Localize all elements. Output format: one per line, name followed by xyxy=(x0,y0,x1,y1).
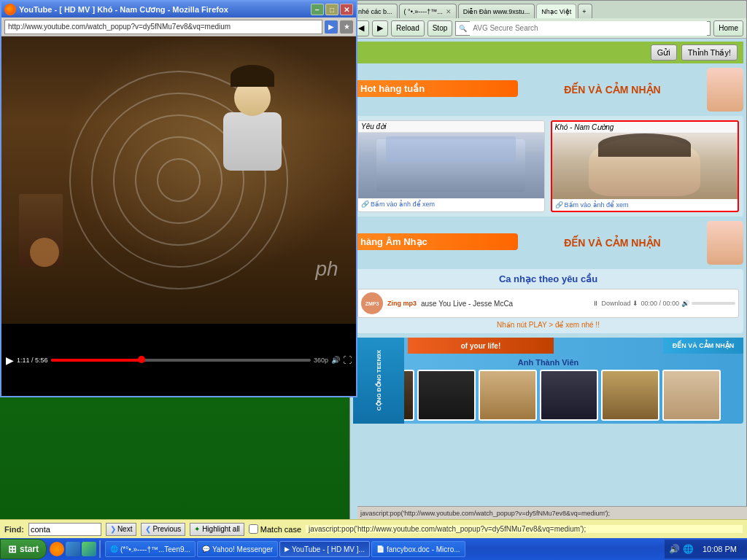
video-area[interactable]: ph ▶ 1:11 / 5:56 360p 🔊 ⛶ xyxy=(1,36,356,396)
tab-1[interactable]: nhé các b... xyxy=(353,4,398,18)
yeu-doi-caption[interactable]: 🔗 Bấm vào ảnh để xem xyxy=(358,198,544,210)
community-side: CỘNG ĐỒNG TEEN9X xyxy=(353,338,404,424)
tab-new[interactable]: + xyxy=(578,4,592,18)
pause-button[interactable]: ⏸ xyxy=(592,300,599,307)
tray-icon-2[interactable]: 🌐 xyxy=(683,544,694,554)
video-frame: ph xyxy=(1,36,356,324)
video-quality[interactable]: 360p xyxy=(314,357,328,364)
volume-icon[interactable]: 🔊 xyxy=(681,300,689,307)
link-icon-2: 🔗 xyxy=(555,201,563,209)
start-button[interactable]: ⊞ start xyxy=(0,539,47,559)
kho-nam-cuong-caption[interactable]: 🔗 Bấm vào ảnh để xem xyxy=(552,199,738,211)
tab-close-icon[interactable]: ✕ xyxy=(446,8,452,15)
prev-arrow-icon: ❮ xyxy=(145,525,151,533)
highlight-all-button[interactable]: ✦ Highlight all xyxy=(190,523,244,536)
firefox-titlebar: YouTube - [ HD MV ] Khó - Nam Cương - Mo… xyxy=(1,1,356,18)
zing-brand: Zing mp3 xyxy=(387,300,417,307)
browser-quicklaunch-icon[interactable] xyxy=(82,542,96,556)
firefox-bookmark-button[interactable]: ★ xyxy=(340,20,353,34)
video-volume-button[interactable]: 🔊 xyxy=(331,356,340,364)
taskbar-tray: 🔊 🌐 10:08 PM xyxy=(665,540,747,559)
thinh-thay-button[interactable]: Thỉnh Thầy! xyxy=(681,44,738,61)
video-progress-dot xyxy=(138,356,145,363)
member-6[interactable] xyxy=(662,370,721,421)
hang-am-nhac-banner: hàng Âm Nhạc xyxy=(353,233,518,250)
den-va-cam-nhan-1: ĐẾN VÀ CẢM NHẬN xyxy=(522,84,703,96)
download-icon[interactable]: ⬇ xyxy=(632,300,638,307)
firefox-icon xyxy=(4,4,16,15)
minimize-button[interactable]: − xyxy=(311,4,324,15)
find-label: Find: xyxy=(4,525,24,534)
song-title: ause You Live - Jesse McCa xyxy=(421,300,588,308)
taskbar-item-1[interactable]: 🌐 (*°•.»----†™...Teen9... xyxy=(105,541,196,557)
reload-button[interactable]: Reload xyxy=(391,20,425,36)
taskbar-item-4[interactable]: 📄 fancybox.doc - Micro... xyxy=(371,541,465,557)
member-4[interactable] xyxy=(540,370,598,421)
maximize-button[interactable]: □ xyxy=(325,4,338,15)
hot-row: Hot hàng tuần ĐẾN VÀ CẢM NHẬN xyxy=(353,68,743,112)
find-input[interactable] xyxy=(28,523,101,536)
browser-tabs: nhé các b... ( °•.»----†™... ✕ Diễn Đàn … xyxy=(350,1,746,18)
search-icon: 🔍 xyxy=(459,25,467,32)
music-controls: ⏸ Download ⬇ 00:00 / 00:00 🔊 xyxy=(592,300,735,307)
music-progress-bar[interactable] xyxy=(692,302,735,305)
ie-quicklaunch-icon[interactable] xyxy=(66,542,80,556)
firefox-go-button[interactable]: ▶ xyxy=(325,20,338,34)
taskbar-item-3[interactable]: ▶ YouTube - [ HD MV ]... xyxy=(279,541,370,557)
kho-nam-cuong-card[interactable]: Khó - Nam Cường 🔗 Bấm vào ảnh để xem xyxy=(551,120,740,212)
browser-status-bar: javascript:pop('http://www.youtube.com/w… xyxy=(357,506,747,519)
firefox-url-input[interactable] xyxy=(4,20,322,34)
yeu-doi-image xyxy=(358,133,544,198)
yeu-doi-label: Yêu đời xyxy=(358,121,544,133)
photo-row: Yêu đời 🔗 Bấm vào ảnh để xem Khó - Na xyxy=(353,116,743,217)
video-watermark: ph xyxy=(316,257,338,281)
member-5[interactable] xyxy=(601,370,659,421)
home-button[interactable]: Home xyxy=(713,20,743,36)
tab-3[interactable]: Diễn Đàn www.9xstu... xyxy=(458,4,535,18)
member-3[interactable] xyxy=(479,370,537,421)
tab-nhac-viet[interactable]: Nhạc Việt xyxy=(536,4,576,18)
firefox-titlebar-buttons: − □ ✕ xyxy=(311,4,353,15)
tab-2[interactable]: ( °•.»----†™... ✕ xyxy=(399,4,457,18)
tray-icon-1[interactable]: 🔊 xyxy=(669,544,680,554)
gui-button[interactable]: Gửi xyxy=(651,44,677,61)
furniture-2 xyxy=(30,238,59,267)
stop-button[interactable]: Stop xyxy=(427,20,453,36)
taskbar-item-2[interactable]: 💬 Yahoo! Messenger xyxy=(197,541,278,557)
match-case-label: Match case xyxy=(249,524,301,534)
close-button[interactable]: ✕ xyxy=(340,4,353,15)
member-2[interactable] xyxy=(417,370,476,421)
video-fullscreen-button[interactable]: ⛶ xyxy=(343,355,352,365)
firefox-quicklaunch-icon[interactable] xyxy=(50,542,64,556)
go-icon: ▶ xyxy=(328,23,334,31)
find-bar: Find: ❯ Next ❮ Previous ✦ Highlight all … xyxy=(0,519,747,538)
yeu-doi-card[interactable]: Yêu đời 🔗 Bấm vào ảnh để xem xyxy=(357,120,545,212)
previous-button[interactable]: ❮ Previous xyxy=(141,523,185,536)
page-inner: Gửi Thỉnh Thầy! Hot hàng tuần ĐẾN VÀ CẢM… xyxy=(350,39,746,429)
anh-thanh-vien-title: Anh Thành Viên xyxy=(356,358,740,367)
video-play-button[interactable]: ▶ xyxy=(6,354,14,366)
deco-girl-2 xyxy=(707,221,743,265)
avg-search-input[interactable] xyxy=(470,21,707,36)
deco-girl-1 xyxy=(707,68,743,112)
match-case-checkbox[interactable] xyxy=(249,524,258,534)
main-browser-window: nhé các b... ( °•.»----†™... ✕ Diễn Đàn … xyxy=(349,0,747,540)
browser-navbar: ◀ ▶ Reload Stop 🔍 Home xyxy=(350,18,746,39)
members-grid xyxy=(356,370,740,421)
music-player: ZMP3 Zing mp3 ause You Live - Jesse McCa… xyxy=(357,289,739,318)
banner-text: of your life! xyxy=(461,342,500,350)
find-bar-status-url: javascript:pop('http://www.youtube.com/w… xyxy=(306,525,743,533)
video-progress-bar[interactable] xyxy=(51,359,311,362)
kho-nam-cuong-label: Khó - Nam Cường xyxy=(552,122,738,133)
am-nhac-row: hàng Âm Nhạc ĐẾN VÀ CẢM NHẬN xyxy=(353,221,743,265)
video-time: 1:11 / 5:56 xyxy=(17,357,48,364)
members-title-row: Anh Thành Viên xyxy=(356,358,740,421)
zing-logo: ZMP3 xyxy=(361,292,383,314)
music-section: Ca nhạc theo yêu cầu ZMP3 Zing mp3 ause … xyxy=(353,269,743,333)
download-label[interactable]: Download xyxy=(601,300,630,307)
forward-button[interactable]: ▶ xyxy=(372,20,388,36)
next-button[interactable]: ❯ Next xyxy=(106,523,137,536)
youtube-icon: ▶ xyxy=(285,545,290,553)
hot-banner: Hot hàng tuần xyxy=(353,80,518,97)
action-bar: Gửi Thỉnh Thầy! xyxy=(353,42,743,63)
